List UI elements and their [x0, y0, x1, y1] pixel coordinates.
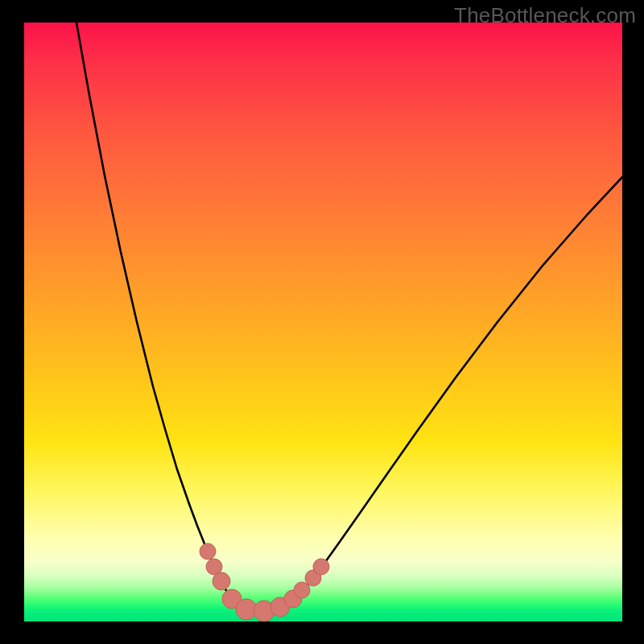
curve-layer [24, 23, 622, 621]
valley-markers [200, 543, 329, 621]
watermark-text: TheBottleneck.com [454, 3, 636, 28]
bottleneck-curve [76, 23, 622, 611]
valley-dot [200, 543, 216, 559]
valley-dot [294, 582, 310, 598]
valley-dot [313, 559, 329, 575]
valley-dot [213, 572, 230, 590]
plot-area [24, 23, 622, 621]
chart-frame: TheBottleneck.com [0, 0, 644, 644]
